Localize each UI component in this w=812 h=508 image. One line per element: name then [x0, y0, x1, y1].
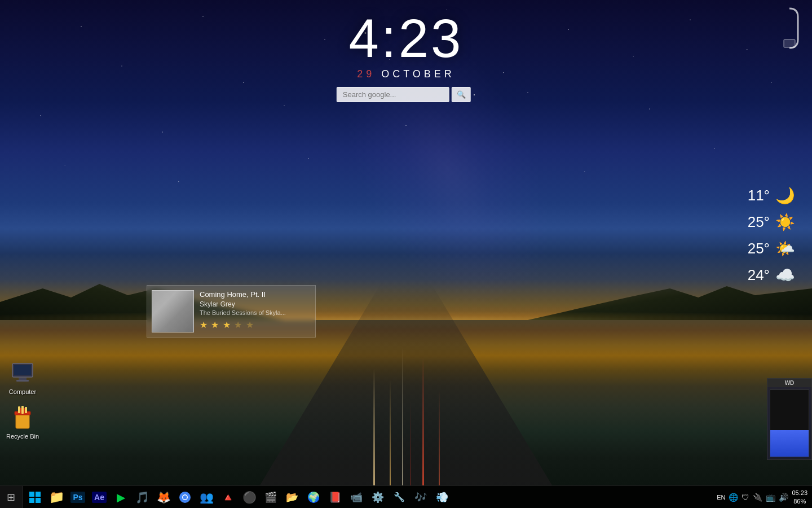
weather-icon-0: 🌙 — [775, 186, 795, 205]
weather-row-3: 24° ☁️ — [748, 266, 795, 284]
wd-bar-fill — [770, 430, 809, 457]
music-album: The Buried Sessions of Skyla... — [200, 309, 311, 316]
monitor-tray-icon[interactable]: 📺 — [766, 493, 775, 502]
wd-drive-widget: WD — [767, 378, 812, 460]
security-tray-icon[interactable]: 🛡 — [742, 493, 749, 502]
start-icon: ⊞ — [7, 491, 15, 503]
music-title: Coming Home, Pt. II — [200, 290, 311, 299]
svg-rect-14 — [36, 498, 41, 503]
svg-rect-9 — [21, 406, 24, 414]
taskbar-icon-network[interactable]: 🌍 — [303, 487, 324, 507]
taskbar-icon-folder[interactable]: 📁 — [46, 487, 67, 507]
taskbar-icon-video[interactable]: 📹 — [346, 487, 367, 507]
desktop-icons: Computer Recycle Bin — [0, 356, 45, 445]
search-dot: · — [473, 90, 475, 100]
svg-rect-2 — [14, 365, 31, 375]
star-5[interactable]: ★ — [246, 320, 254, 330]
music-album-art — [152, 290, 194, 332]
svg-rect-13 — [29, 498, 34, 503]
taskbar-language: EN — [717, 494, 725, 501]
weather-widget: 11° 🌙 25° ☀️ 25° 🌤️ 24° ☁️ — [748, 186, 795, 292]
weather-temp-3: 24° — [748, 266, 770, 284]
wd-bar-container — [767, 387, 811, 459]
weather-icon-1: ☀️ — [775, 213, 795, 231]
star-3[interactable]: ★ — [223, 320, 231, 330]
power-icon-widget — [750, 6, 801, 53]
taskbar: ⊞ 📁 Ps Ae ▶ — [0, 485, 812, 508]
taskbar-icon-after-effects[interactable]: Ae — [89, 487, 109, 507]
desktop-icon-recycle-bin[interactable]: Recycle Bin — [0, 400, 45, 445]
svg-rect-3 — [19, 378, 27, 380]
music-info: Coming Home, Pt. II Skylar Grey The Buri… — [200, 290, 311, 330]
start-button[interactable]: ⊞ — [0, 486, 23, 509]
taskbar-icon-cpu[interactable]: ⚙️ — [368, 487, 388, 507]
svg-rect-10 — [25, 407, 27, 413]
weather-icon-3: ☁️ — [775, 266, 795, 284]
clock-day: 29 — [357, 68, 375, 80]
svg-rect-0 — [784, 40, 795, 47]
taskbar-icon-fan[interactable]: 💨 — [432, 487, 452, 507]
computer-label: Computer — [9, 388, 36, 396]
weather-row-0: 11° 🌙 — [748, 186, 795, 205]
weather-icon-2: 🌤️ — [775, 239, 795, 258]
taskbar-icon-music2[interactable]: 🎶 — [411, 487, 431, 507]
taskbar-icon-movie[interactable]: 🎬 — [261, 487, 281, 507]
music-artist: Skylar Grey — [200, 300, 311, 308]
svg-rect-4 — [16, 380, 29, 382]
taskbar-icon-chrome[interactable] — [175, 487, 195, 507]
svg-rect-12 — [36, 492, 41, 497]
usb-tray-icon[interactable]: 🔌 — [753, 493, 762, 502]
wd-bar — [770, 389, 809, 457]
svg-rect-8 — [18, 406, 20, 413]
taskbar-icon-files[interactable]: 📂 — [282, 487, 302, 507]
taskbar-icon-itunes[interactable]: 🎵 — [132, 487, 152, 507]
search-bar[interactable]: 🔍 · — [337, 87, 475, 102]
taskbar-clock: 05:23 86% — [792, 489, 807, 505]
desktop: 4:23 29 OCTOBER 🔍 · 11° 🌙 25° ☀️ 25° 🌤️ … — [0, 0, 812, 508]
clock-month: OCTOBER — [381, 68, 455, 80]
taskbar-icon-vpn[interactable]: 🔺 — [218, 487, 238, 507]
taskbar-icon-photoshop[interactable]: Ps — [68, 487, 88, 507]
taskbar-icon-firefox[interactable]: 🦊 — [153, 487, 174, 507]
taskbar-icon-windows[interactable] — [25, 487, 45, 507]
weather-temp-1: 25° — [748, 213, 770, 231]
recycle-bin-icon — [10, 405, 36, 430]
recycle-bin-label: Recycle Bin — [6, 432, 39, 440]
weather-temp-2: 25° — [748, 240, 770, 257]
volume-tray-icon[interactable]: 🔊 — [779, 493, 788, 502]
svg-rect-11 — [29, 492, 34, 497]
music-player-widget[interactable]: Coming Home, Pt. II Skylar Grey The Buri… — [147, 285, 316, 338]
music-stars: ★ ★ ★ ★ ★ — [200, 319, 311, 330]
clock-time: 4:23 — [337, 11, 475, 65]
star-1[interactable]: ★ — [200, 320, 208, 330]
taskbar-time-value: 05:23 — [792, 489, 807, 497]
search-input[interactable] — [337, 87, 449, 102]
taskbar-battery-value: 86% — [792, 497, 807, 505]
taskbar-icon-people[interactable]: 👥 — [196, 487, 217, 507]
taskbar-icon-starwars[interactable]: ⚫ — [239, 487, 259, 507]
taskbar-icon-tools[interactable]: 🔧 — [389, 487, 409, 507]
clock-widget: 4:23 29 OCTOBER 🔍 · — [337, 11, 475, 102]
svg-rect-5 — [16, 414, 29, 428]
desktop-icon-computer[interactable]: Computer — [0, 356, 45, 400]
taskbar-icon-pdf[interactable]: 📕 — [325, 487, 345, 507]
svg-point-17 — [183, 495, 187, 499]
star-4[interactable]: ★ — [234, 320, 242, 330]
taskbar-icons: 📁 Ps Ae ▶ 🎵 🦊 — [23, 487, 712, 507]
weather-temp-0: 11° — [748, 187, 770, 204]
search-button[interactable]: 🔍 — [452, 87, 471, 102]
clock-date: 29 OCTOBER — [337, 68, 475, 80]
star-2[interactable]: ★ — [211, 320, 219, 330]
weather-row-1: 25° ☀️ — [748, 213, 795, 231]
system-tray: EN 🌐 🛡 🔌 📺 🔊 05:23 86% — [712, 489, 812, 505]
taskbar-icon-play[interactable]: ▶ — [111, 487, 131, 507]
weather-row-2: 25° 🌤️ — [748, 239, 795, 258]
computer-icon — [10, 360, 36, 386]
wd-label: WD — [767, 379, 811, 387]
network-tray-icon[interactable]: 🌐 — [729, 493, 738, 502]
